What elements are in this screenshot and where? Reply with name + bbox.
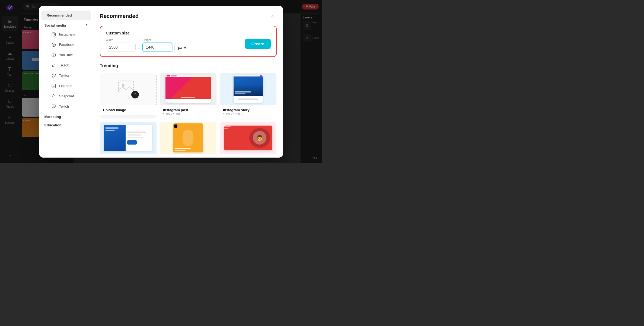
fb-card-thumb [100,122,157,154]
insta-post-size: 1080 × 1080px [163,113,213,116]
yt-card-name: YouTube thumbnail [223,157,273,158]
height-label: Height [142,38,172,41]
modal-nav-linkedin[interactable]: LinkedIn [41,81,91,91]
twitter-label: Twitter [59,73,69,78]
modal-title: Recommended [100,13,139,19]
yt-card-thumb: 👨 [220,122,276,154]
unit-chevron-icon: ∨ [184,45,186,50]
modal-nav-instagram[interactable]: Instagram [41,30,91,39]
upload-arrow-icon [131,91,139,98]
template-card-tiktok[interactable]: ♪ [160,122,216,158]
snapchat-label: Snapchat [59,94,74,98]
insta-story-size: 1080 × 1920px [223,113,273,116]
template-card-instagram-post[interactable]: Instagram post 1080 × 1080px [160,73,216,119]
modal-nav-twitch[interactable]: Twitch [41,102,91,111]
svg-point-1 [53,34,54,35]
template-card-instagram-story[interactable]: Instagram story 1080 × 1920px [220,73,276,119]
template-grid: Upload image [100,73,277,158]
tiktok-card-name: TikTok video [163,157,213,158]
upload-card-info: Upload image [100,105,157,115]
instagram-label: Instagram [59,32,75,36]
social-media-label: Social media [44,23,66,27]
instagram-icon [51,32,56,37]
insta-post-card-info: Instagram post 1080 × 1080px [160,105,216,119]
chevron-up-icon: ∧ [85,23,88,27]
modal-nav-snapchat[interactable]: Snapchat [41,91,91,101]
facebook-label: Facebook [59,43,75,47]
snapchat-icon [51,94,56,99]
tiktok-card-info: TikTok video 1080 × 1920px [160,154,216,158]
education-label: Education [44,123,62,127]
modal-nav-twitter[interactable]: Twitter [41,71,91,81]
modal-dialog: Recommended Social media ∧ Instagram [39,6,283,158]
svg-rect-11 [119,81,133,93]
size-inputs: Width ○ Height px ∨ [106,38,242,52]
twitch-label: Twitch [59,104,69,108]
fb-card-name: Facebook post [103,157,153,158]
insta-post-name: Instagram post [163,108,213,112]
trending-section: Trending [100,63,277,158]
width-group: Width [106,38,136,52]
modal-nav-social-media[interactable]: Social media ∧ [39,21,93,29]
svg-rect-0 [52,33,55,36]
custom-size-section: Custom size Width ○ Height px [100,26,277,57]
upload-card-name: Upload image [103,108,153,112]
modal-content: Recommended × Custom size Width ○ Height [93,6,283,158]
twitch-icon [51,104,56,109]
tiktok-card-thumb: ♪ [160,122,216,154]
width-label: Width [106,38,136,41]
insta-post-thumb [160,73,216,105]
size-separator: ○ [138,45,141,50]
template-card-upload[interactable]: Upload image [100,73,157,119]
unit-select[interactable]: px ∨ [174,43,196,52]
custom-size-title: Custom size [106,31,242,35]
modal-close-button[interactable]: × [269,12,277,20]
modal-nav-recommended[interactable]: Recommended [41,11,91,20]
height-input[interactable] [142,43,172,52]
modal-overlay[interactable]: Recommended Social media ∧ Instagram [0,0,322,163]
facebook-icon [51,42,56,47]
upload-thumb [100,73,157,105]
youtube-icon [51,52,56,58]
upload-icon-container [117,79,139,98]
modal-nav-tiktok[interactable]: TikTok [41,60,91,70]
template-card-facebook[interactable]: Facebook post 940 × 788px [100,122,157,158]
fb-card-info: Facebook post 940 × 788px [100,154,157,158]
insta-story-card-info: Instagram story 1080 × 1920px [220,105,276,119]
twitter-icon [51,73,56,78]
svg-point-2 [55,33,55,33]
tiktok-icon [51,63,56,68]
tiktok-label: TikTok [59,63,69,67]
linkedin-label: LinkedIn [59,84,72,88]
svg-marker-5 [53,55,54,56]
modal-nav-youtube[interactable]: YouTube [41,50,91,60]
insta-story-thumb [220,73,276,105]
custom-size-inner: Custom size Width ○ Height px [106,31,242,52]
width-input[interactable] [106,43,136,52]
modal-nav-education[interactable]: Education [39,120,93,129]
trending-title: Trending [100,63,277,68]
create-button[interactable]: Create [245,39,271,49]
modal-nav-facebook[interactable]: Facebook [41,40,91,50]
youtube-label: YouTube [59,53,73,57]
template-card-youtube[interactable]: 👨 YouTube thumbna [220,122,276,158]
recommended-nav-label: Recommended [47,13,72,17]
linkedin-icon [51,83,56,89]
modal-nav-marketing[interactable]: Marketing [39,112,93,120]
svg-point-12 [122,84,125,87]
height-group: Height [142,38,172,52]
modal-header: Recommended × [100,12,277,20]
unit-value: px [178,45,182,50]
insta-story-name: Instagram story [223,108,273,112]
yt-card-info: YouTube thumbnail 1280 × 720px [220,154,276,158]
modal-nav: Recommended Social media ∧ Instagram [39,6,93,158]
marketing-label: Marketing [44,115,61,119]
